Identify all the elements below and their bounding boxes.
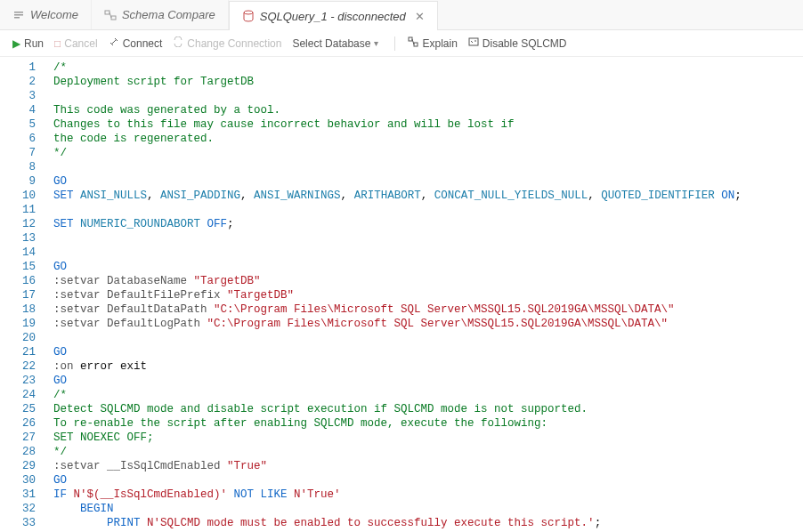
svg-point-5: [244, 11, 253, 14]
code-line[interactable]: :setvar DefaultDataPath "C:\Program File…: [53, 302, 742, 317]
code-line[interactable]: This code was generated by a tool.: [53, 103, 742, 117]
code-line[interactable]: SET NUMERIC_ROUNDABORT OFF;: [53, 217, 742, 231]
code-line[interactable]: Deployment script for TargetDB: [53, 75, 742, 89]
svg-rect-1: [14, 14, 23, 16]
line-number: 29: [0, 459, 36, 473]
change-connection-button[interactable]: Change Connection: [173, 36, 281, 50]
svg-rect-6: [409, 37, 412, 41]
line-number: 8: [0, 160, 36, 174]
svg-rect-2: [14, 17, 20, 19]
code-line[interactable]: BEGIN: [53, 502, 742, 516]
plug-icon: [109, 36, 119, 50]
code-line[interactable]: */: [53, 146, 742, 160]
code-content[interactable]: /*Deployment script for TargetDB This co…: [45, 57, 742, 532]
line-number: 9: [0, 174, 36, 189]
code-line[interactable]: To re-enable the script after enabling S…: [53, 416, 742, 431]
connect-label: Connect: [123, 37, 163, 50]
code-line[interactable]: /*: [53, 60, 742, 75]
line-number: 3: [0, 89, 36, 103]
code-line[interactable]: PRINT N'SQLCMD mode must be enabled to s…: [53, 516, 742, 530]
line-number: 30: [0, 473, 36, 488]
code-line[interactable]: /*: [53, 388, 742, 402]
code-line[interactable]: :on error exit: [53, 359, 742, 374]
code-line[interactable]: */: [53, 445, 742, 459]
disable-sqlcmd-button[interactable]: Disable SQLCMD: [468, 36, 567, 50]
explain-label: Explain: [422, 37, 457, 50]
line-number: 14: [0, 246, 36, 260]
code-line[interactable]: GO: [53, 473, 742, 488]
tab-sqlquery[interactable]: SQLQuery_1 - disconnected ✕: [229, 1, 438, 30]
schema-compare-icon: [104, 9, 117, 21]
code-line[interactable]: Detect SQLCMD mode and disable script ex…: [53, 402, 742, 416]
code-line[interactable]: [53, 231, 742, 246]
code-line[interactable]: SET NOEXEC OFF;: [53, 431, 742, 445]
code-editor[interactable]: 1234567891011121314151617181920212223242…: [0, 57, 803, 532]
line-gutter: 1234567891011121314151617181920212223242…: [0, 57, 45, 532]
code-line[interactable]: [53, 331, 742, 345]
tab-schema-compare[interactable]: Schema Compare: [92, 0, 229, 29]
database-icon: [242, 10, 255, 22]
code-line[interactable]: :setvar DatabaseName "TargetDB": [53, 274, 742, 288]
line-number: 17: [0, 288, 36, 302]
code-line[interactable]: GO: [53, 345, 742, 359]
line-number: 18: [0, 302, 36, 317]
code-line[interactable]: GO: [53, 174, 742, 189]
line-number: 11: [0, 203, 36, 217]
query-toolbar: ▶ Run □ Cancel Connect Change Connection…: [0, 30, 803, 57]
sqlcmd-icon: [468, 36, 479, 50]
line-number: 19: [0, 317, 36, 331]
line-number: 24: [0, 388, 36, 402]
line-number: 4: [0, 103, 36, 117]
line-number: 2: [0, 75, 36, 89]
code-line[interactable]: :setvar DefaultLogPath "C:\Program Files…: [53, 317, 742, 331]
run-button[interactable]: ▶ Run: [12, 37, 44, 50]
svg-rect-7: [414, 43, 418, 46]
change-connection-label: Change Connection: [187, 37, 281, 50]
line-number: 31: [0, 488, 36, 502]
line-number: 26: [0, 416, 36, 431]
explain-button[interactable]: Explain: [408, 36, 457, 50]
line-number: 33: [0, 516, 36, 530]
tab-label: SQLQuery_1 - disconnected: [260, 10, 406, 23]
code-line[interactable]: :setvar __IsSqlCmdEnabled "True": [53, 459, 742, 473]
line-number: 22: [0, 359, 36, 374]
close-icon[interactable]: ✕: [415, 10, 425, 23]
stop-icon: □: [54, 37, 61, 50]
code-line[interactable]: Changes to this file may cause incorrect…: [53, 117, 742, 132]
toolbar-separator: [394, 36, 395, 51]
code-line[interactable]: :setvar DefaultFilePrefix "TargetDB": [53, 288, 742, 302]
code-line[interactable]: SET ANSI_NULLS, ANSI_PADDING, ANSI_WARNI…: [53, 189, 742, 203]
line-number: 25: [0, 402, 36, 416]
code-line[interactable]: [53, 203, 742, 217]
line-number: 28: [0, 445, 36, 459]
line-number: 10: [0, 189, 36, 203]
code-line[interactable]: IF N'$(__IsSqlCmdEnabled)' NOT LIKE N'Tr…: [53, 488, 742, 502]
cancel-button[interactable]: □ Cancel: [54, 37, 98, 50]
code-line[interactable]: [53, 89, 742, 103]
change-connection-icon: [173, 36, 183, 50]
cancel-label: Cancel: [64, 37, 97, 50]
svg-rect-8: [469, 38, 478, 45]
code-line[interactable]: [53, 160, 742, 174]
line-number: 7: [0, 146, 36, 160]
chevron-down-icon: ▾: [374, 38, 378, 48]
code-line[interactable]: [53, 246, 742, 260]
svg-rect-0: [14, 12, 23, 13]
svg-rect-3: [105, 11, 110, 14]
code-line[interactable]: GO: [53, 260, 742, 274]
tab-welcome[interactable]: Welcome: [0, 0, 92, 29]
line-number: 6: [0, 132, 36, 146]
code-line[interactable]: GO: [53, 374, 742, 388]
tab-label: Welcome: [30, 8, 78, 21]
code-line[interactable]: the code is regenerated.: [53, 132, 742, 146]
connect-button[interactable]: Connect: [109, 36, 163, 50]
editor-tabs: Welcome Schema Compare SQLQuery_1 - disc…: [0, 0, 803, 30]
line-number: 15: [0, 260, 36, 274]
line-number: 21: [0, 345, 36, 359]
database-selector-label: Select Database: [292, 37, 370, 50]
database-selector[interactable]: Select Database ▾: [292, 37, 382, 50]
line-number: 5: [0, 117, 36, 132]
explain-icon: [408, 36, 418, 50]
welcome-icon: [12, 9, 25, 21]
line-number: 20: [0, 331, 36, 345]
